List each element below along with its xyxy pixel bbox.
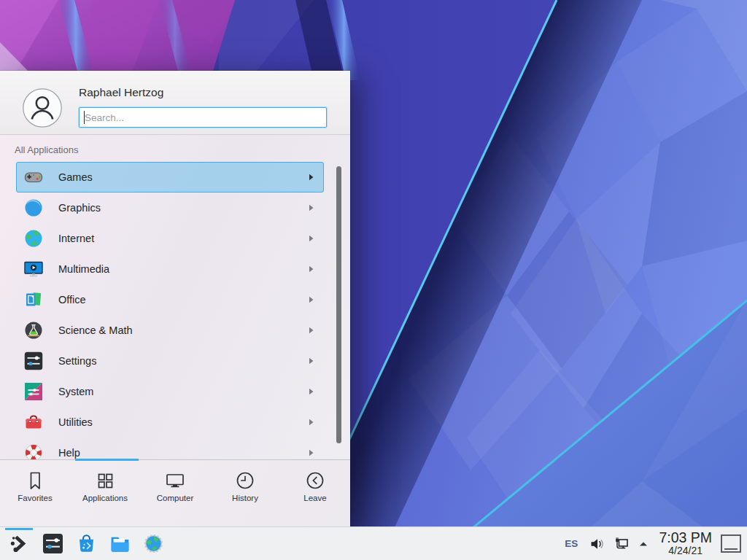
history-icon xyxy=(234,470,256,491)
browser-icon xyxy=(142,532,165,555)
tab-history[interactable]: History xyxy=(210,460,280,526)
keyboard-layout-indicator[interactable]: ES xyxy=(558,538,584,549)
tab-applications[interactable]: Applications xyxy=(70,460,140,526)
system-settings-button[interactable] xyxy=(36,527,69,560)
category-label: Settings xyxy=(58,355,96,367)
submenu-arrow-icon xyxy=(309,388,314,395)
category-internet[interactable]: Internet xyxy=(16,223,324,254)
category-games[interactable]: Games xyxy=(16,162,324,192)
submenu-arrow-icon xyxy=(309,235,314,242)
submenu-arrow-icon xyxy=(309,419,314,426)
category-utilities[interactable]: Utilities xyxy=(16,407,324,438)
leave-icon xyxy=(304,470,326,491)
category-system[interactable]: System xyxy=(16,376,324,407)
submenu-arrow-icon xyxy=(309,174,314,181)
category-label: Multimedia xyxy=(58,263,109,275)
file-manager-button[interactable] xyxy=(103,527,136,560)
discover-icon xyxy=(75,532,98,555)
search-box xyxy=(79,107,327,128)
tab-label: Favorites xyxy=(18,494,52,502)
system-tray: ES xyxy=(558,527,746,560)
desktop: Raphael Hertzog All Applications GamesGr… xyxy=(0,0,747,560)
search-input[interactable] xyxy=(80,108,326,127)
utilities-icon xyxy=(23,412,44,432)
help-icon xyxy=(23,443,44,459)
category-label: Science & Math xyxy=(58,324,133,336)
kde-launcher-icon xyxy=(8,532,31,555)
submenu-arrow-icon xyxy=(309,204,314,211)
submenu-arrow-icon xyxy=(309,265,314,273)
category-label: Utilities xyxy=(58,416,93,428)
launcher-footer: FavoritesApplicationsComputerHistoryLeav… xyxy=(0,459,350,526)
discover-button[interactable] xyxy=(69,527,103,560)
digital-clock[interactable]: 7:03 PM 4/24/21 xyxy=(659,530,712,556)
expand-tray-icon[interactable] xyxy=(638,538,649,550)
category-label: Help xyxy=(58,447,80,459)
category-label: Office xyxy=(58,294,86,306)
settings-icon xyxy=(23,351,44,371)
category-graphics[interactable]: Graphics xyxy=(16,192,324,223)
footer-tabs: FavoritesApplicationsComputerHistoryLeav… xyxy=(0,460,350,526)
web-browser-button[interactable] xyxy=(136,527,170,560)
launcher-header: Raphael Hertzog xyxy=(0,71,350,135)
multimedia-icon xyxy=(23,259,44,279)
scrollbar-thumb[interactable] xyxy=(336,166,341,443)
user-avatar-icon[interactable] xyxy=(23,88,62,128)
category-label: System xyxy=(58,386,93,397)
tab-label: History xyxy=(232,494,258,502)
office-icon xyxy=(23,289,44,310)
submenu-arrow-icon xyxy=(309,327,314,334)
globe-icon xyxy=(23,228,44,249)
tab-label: Applications xyxy=(82,494,128,502)
system-icon xyxy=(23,381,44,402)
settings-icon xyxy=(42,532,64,555)
volume-icon[interactable] xyxy=(589,536,605,552)
category-office[interactable]: Office xyxy=(16,284,324,315)
section-label: All Applications xyxy=(15,144,78,155)
gamepad-icon xyxy=(23,167,44,187)
category-list: GamesGraphicsInternetMultimediaOfficeSci… xyxy=(16,162,324,459)
category-label: Internet xyxy=(58,233,94,244)
tab-label: Leave xyxy=(303,494,326,502)
sphere-icon xyxy=(23,198,44,218)
bookmark-icon xyxy=(24,470,46,491)
submenu-arrow-icon xyxy=(309,296,314,303)
network-icon[interactable] xyxy=(614,536,630,552)
science-icon xyxy=(23,320,44,341)
application-launcher-button[interactable] xyxy=(2,527,36,560)
submenu-arrow-icon xyxy=(309,449,314,456)
active-tab-indicator xyxy=(75,459,139,461)
show-desktop-button[interactable] xyxy=(721,534,741,553)
category-help[interactable]: Help xyxy=(16,438,324,459)
taskbar: ES xyxy=(0,526,747,560)
taskbar-apps xyxy=(2,527,170,560)
clock-date: 4/24/21 xyxy=(659,545,712,556)
text-caret xyxy=(84,111,85,124)
category-multimedia[interactable]: Multimedia xyxy=(16,254,324,284)
category-label: Graphics xyxy=(58,202,101,214)
computer-icon xyxy=(164,470,186,491)
tab-computer[interactable]: Computer xyxy=(140,460,210,526)
folder-icon xyxy=(109,532,131,555)
category-label: Games xyxy=(58,171,93,183)
clock-time: 7:03 PM xyxy=(659,530,712,545)
tab-leave[interactable]: Leave xyxy=(280,460,350,526)
launcher-content: All Applications GamesGraphicsInternetMu… xyxy=(0,135,350,459)
user-name: Raphael Hertzog xyxy=(79,86,163,99)
tab-label: Computer xyxy=(157,494,194,502)
submenu-arrow-icon xyxy=(309,357,314,365)
application-launcher-popup: Raphael Hertzog All Applications GamesGr… xyxy=(0,71,350,526)
grid-icon xyxy=(94,470,116,491)
tab-favorites[interactable]: Favorites xyxy=(0,460,70,526)
category-settings[interactable]: Settings xyxy=(16,346,324,376)
category-science-math[interactable]: Science & Math xyxy=(16,315,324,346)
